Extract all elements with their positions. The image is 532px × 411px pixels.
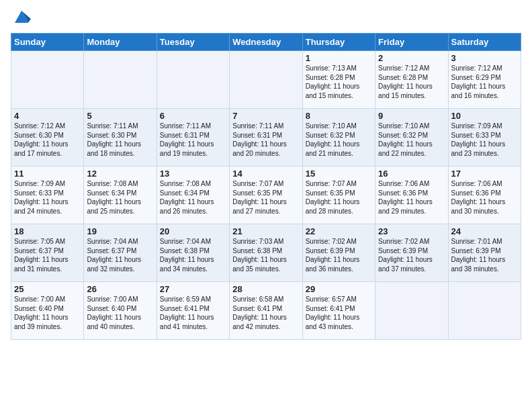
- day-info: Sunrise: 7:00 AMSunset: 6:40 PMDaylight:…: [14, 295, 81, 331]
- calendar-cell: 8Sunrise: 7:10 AMSunset: 6:32 PMDaylight…: [302, 109, 375, 167]
- day-info: Sunrise: 7:12 AMSunset: 6:28 PMDaylight:…: [378, 64, 445, 100]
- day-number: 3: [451, 53, 518, 63]
- day-number: 7: [232, 111, 299, 121]
- day-info: Sunrise: 7:12 AMSunset: 6:30 PMDaylight:…: [14, 122, 81, 158]
- calendar-cell: 20Sunrise: 7:04 AMSunset: 6:38 PMDayligh…: [157, 224, 229, 282]
- day-info: Sunrise: 6:58 AMSunset: 6:41 PMDaylight:…: [232, 295, 299, 331]
- day-info: Sunrise: 7:11 AMSunset: 6:31 PMDaylight:…: [160, 122, 226, 158]
- day-number: 14: [232, 169, 299, 179]
- header-thursday: Thursday: [302, 34, 375, 51]
- day-info: Sunrise: 7:06 AMSunset: 6:36 PMDaylight:…: [451, 179, 518, 216]
- header-area: [11, 7, 521, 29]
- calendar-cell: 13Sunrise: 7:08 AMSunset: 6:34 PMDayligh…: [157, 167, 229, 224]
- day-info: Sunrise: 7:08 AMSunset: 6:34 PMDaylight:…: [160, 179, 226, 216]
- day-info: Sunrise: 7:13 AMSunset: 6:28 PMDaylight:…: [306, 64, 372, 100]
- calendar-cell: 19Sunrise: 7:04 AMSunset: 6:37 PMDayligh…: [84, 224, 157, 282]
- day-info: Sunrise: 7:01 AMSunset: 6:39 PMDaylight:…: [451, 237, 518, 273]
- day-info: Sunrise: 7:06 AMSunset: 6:36 PMDaylight:…: [378, 179, 445, 216]
- header-sunday: Sunday: [11, 34, 84, 51]
- day-number: 18: [14, 226, 81, 236]
- logo: [11, 7, 31, 29]
- day-number: 28: [232, 284, 299, 294]
- calendar-cell: 18Sunrise: 7:05 AMSunset: 6:37 PMDayligh…: [11, 224, 84, 282]
- day-info: Sunrise: 7:11 AMSunset: 6:31 PMDaylight:…: [232, 122, 299, 158]
- day-info: Sunrise: 7:10 AMSunset: 6:32 PMDaylight:…: [306, 122, 372, 158]
- calendar-cell: 21Sunrise: 7:03 AMSunset: 6:38 PMDayligh…: [230, 224, 302, 282]
- calendar-cell: 28Sunrise: 6:58 AMSunset: 6:41 PMDayligh…: [230, 282, 302, 340]
- day-info: Sunrise: 7:07 AMSunset: 6:35 PMDaylight:…: [232, 179, 299, 216]
- calendar-cell: 23Sunrise: 7:02 AMSunset: 6:39 PMDayligh…: [375, 224, 448, 282]
- calendar-cell: [230, 51, 302, 109]
- day-info: Sunrise: 6:59 AMSunset: 6:41 PMDaylight:…: [160, 295, 226, 331]
- calendar-cell: 5Sunrise: 7:11 AMSunset: 6:30 PMDaylight…: [84, 109, 157, 167]
- calendar-cell: 22Sunrise: 7:02 AMSunset: 6:39 PMDayligh…: [302, 224, 375, 282]
- calendar-cell: 25Sunrise: 7:00 AMSunset: 6:40 PMDayligh…: [11, 282, 84, 340]
- day-number: 1: [306, 53, 372, 63]
- day-info: Sunrise: 7:12 AMSunset: 6:29 PMDaylight:…: [451, 64, 518, 100]
- day-number: 6: [160, 111, 226, 121]
- logo-area: [11, 7, 31, 29]
- calendar-cell: 16Sunrise: 7:06 AMSunset: 6:36 PMDayligh…: [375, 167, 448, 224]
- day-info: Sunrise: 7:09 AMSunset: 6:33 PMDaylight:…: [14, 179, 81, 216]
- day-number: 16: [378, 169, 445, 179]
- day-info: Sunrise: 7:10 AMSunset: 6:32 PMDaylight:…: [378, 122, 445, 158]
- calendar-cell: [157, 51, 229, 109]
- week-row-0: 1Sunrise: 7:13 AMSunset: 6:28 PMDaylight…: [11, 51, 521, 109]
- day-number: 15: [306, 169, 372, 179]
- day-info: Sunrise: 7:09 AMSunset: 6:33 PMDaylight:…: [451, 122, 518, 158]
- day-number: 24: [451, 226, 518, 236]
- calendar-cell: 2Sunrise: 7:12 AMSunset: 6:28 PMDaylight…: [375, 51, 448, 109]
- calendar-cell: 14Sunrise: 7:07 AMSunset: 6:35 PMDayligh…: [230, 167, 302, 224]
- day-number: 26: [87, 284, 153, 294]
- day-number: 17: [451, 169, 518, 179]
- header-wednesday: Wednesday: [230, 34, 302, 51]
- calendar-cell: 29Sunrise: 6:57 AMSunset: 6:41 PMDayligh…: [302, 282, 375, 340]
- calendar-cell: 1Sunrise: 7:13 AMSunset: 6:28 PMDaylight…: [302, 51, 375, 109]
- day-info: Sunrise: 6:57 AMSunset: 6:41 PMDaylight:…: [306, 295, 372, 331]
- day-number: 20: [160, 226, 226, 236]
- day-number: 8: [306, 111, 372, 121]
- day-info: Sunrise: 7:02 AMSunset: 6:39 PMDaylight:…: [306, 237, 372, 273]
- header-monday: Monday: [84, 34, 157, 51]
- day-number: 10: [451, 111, 518, 121]
- calendar-cell: 10Sunrise: 7:09 AMSunset: 6:33 PMDayligh…: [448, 109, 521, 167]
- day-number: 5: [87, 111, 153, 121]
- day-info: Sunrise: 7:02 AMSunset: 6:39 PMDaylight:…: [378, 237, 445, 273]
- day-number: 4: [14, 111, 81, 121]
- week-row-4: 25Sunrise: 7:00 AMSunset: 6:40 PMDayligh…: [11, 282, 521, 340]
- header-tuesday: Tuesday: [157, 34, 229, 51]
- day-number: 12: [87, 169, 153, 179]
- day-info: Sunrise: 7:08 AMSunset: 6:34 PMDaylight:…: [87, 179, 153, 216]
- day-number: 29: [306, 284, 372, 294]
- day-number: 27: [160, 284, 226, 294]
- calendar-cell: 24Sunrise: 7:01 AMSunset: 6:39 PMDayligh…: [448, 224, 521, 282]
- day-info: Sunrise: 7:05 AMSunset: 6:37 PMDaylight:…: [14, 237, 81, 273]
- logo-icon: [12, 7, 31, 26]
- calendar-cell: [84, 51, 157, 109]
- day-number: 21: [232, 226, 299, 236]
- calendar-header-row: SundayMondayTuesdayWednesdayThursdayFrid…: [11, 34, 521, 51]
- calendar-cell: 6Sunrise: 7:11 AMSunset: 6:31 PMDaylight…: [157, 109, 229, 167]
- calendar-page: SundayMondayTuesdayWednesdayThursdayFrid…: [0, 0, 532, 411]
- calendar-cell: 7Sunrise: 7:11 AMSunset: 6:31 PMDaylight…: [230, 109, 302, 167]
- day-number: 11: [14, 169, 81, 179]
- day-info: Sunrise: 7:03 AMSunset: 6:38 PMDaylight:…: [232, 237, 299, 273]
- calendar-cell: 11Sunrise: 7:09 AMSunset: 6:33 PMDayligh…: [11, 167, 84, 224]
- calendar-cell: [375, 282, 448, 340]
- calendar-cell: 27Sunrise: 6:59 AMSunset: 6:41 PMDayligh…: [157, 282, 229, 340]
- header-saturday: Saturday: [448, 34, 521, 51]
- calendar-cell: 4Sunrise: 7:12 AMSunset: 6:30 PMDaylight…: [11, 109, 84, 167]
- day-info: Sunrise: 7:04 AMSunset: 6:38 PMDaylight:…: [160, 237, 226, 273]
- calendar-cell: 15Sunrise: 7:07 AMSunset: 6:35 PMDayligh…: [302, 167, 375, 224]
- calendar-cell: 12Sunrise: 7:08 AMSunset: 6:34 PMDayligh…: [84, 167, 157, 224]
- day-number: 22: [306, 226, 372, 236]
- day-info: Sunrise: 7:07 AMSunset: 6:35 PMDaylight:…: [306, 179, 372, 216]
- calendar-cell: 3Sunrise: 7:12 AMSunset: 6:29 PMDaylight…: [448, 51, 521, 109]
- header-friday: Friday: [375, 34, 448, 51]
- calendar-cell: 9Sunrise: 7:10 AMSunset: 6:32 PMDaylight…: [375, 109, 448, 167]
- calendar-cell: 26Sunrise: 7:00 AMSunset: 6:40 PMDayligh…: [84, 282, 157, 340]
- day-number: 23: [378, 226, 445, 236]
- day-number: 13: [160, 169, 226, 179]
- day-info: Sunrise: 7:11 AMSunset: 6:30 PMDaylight:…: [87, 122, 153, 158]
- day-number: 9: [378, 111, 445, 121]
